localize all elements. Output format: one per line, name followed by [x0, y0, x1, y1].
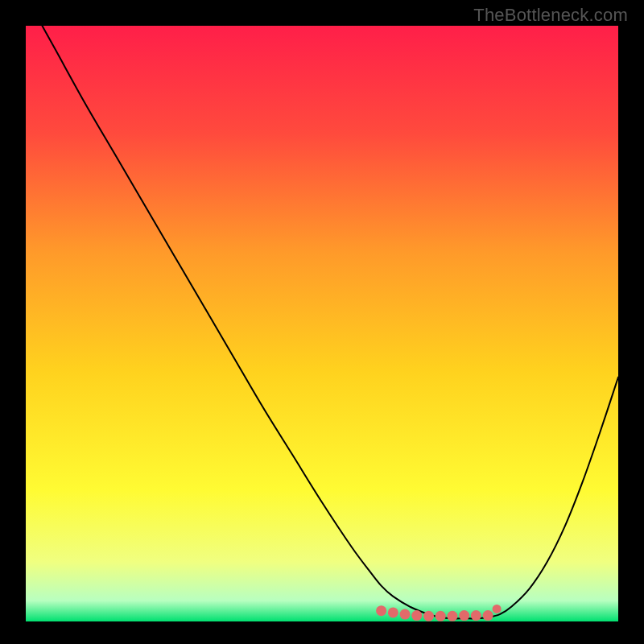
branding-label: TheBottleneck.com — [473, 5, 628, 26]
marker-dot — [388, 607, 398, 617]
marker-dot — [493, 605, 502, 613]
marker-dot — [459, 610, 469, 621]
marker-dot — [447, 611, 457, 621]
marker-dot — [483, 610, 493, 621]
plot-area — [26, 26, 618, 621]
marker-dot — [411, 610, 422, 621]
marker-dot — [436, 611, 446, 621]
bottleneck-curve — [26, 26, 618, 618]
marker-dot — [400, 609, 411, 620]
marker-dot — [423, 611, 434, 621]
chart-frame: TheBottleneck.com — [0, 0, 644, 644]
marker-dot — [471, 610, 481, 621]
curve-layer — [26, 26, 618, 621]
marker-dot — [376, 605, 386, 616]
